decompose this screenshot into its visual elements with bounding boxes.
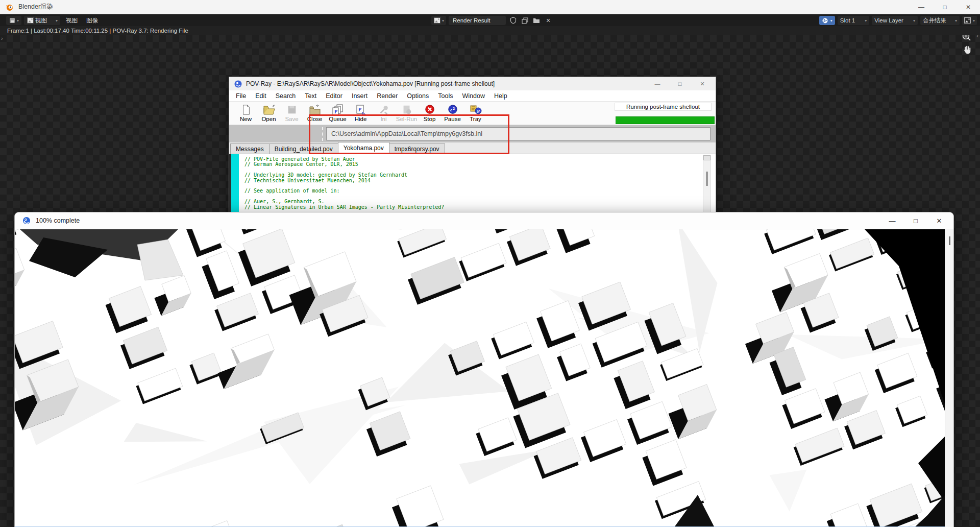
copy-icon[interactable] xyxy=(520,16,529,25)
tab-messages[interactable]: Messages xyxy=(230,143,270,154)
browse-image-button[interactable]: ▾ xyxy=(431,16,446,25)
povray-window-controls: — □ ✕ xyxy=(646,77,714,90)
menu-render[interactable]: Render xyxy=(372,92,402,100)
code-area: // POV-File generated by Stefan Auer // … xyxy=(244,157,700,210)
render-scrollbar-thumb[interactable] xyxy=(949,236,950,245)
render-pass-select[interactable]: 合并结果 ▾ xyxy=(920,16,960,25)
save-button[interactable]: Save xyxy=(280,102,303,125)
image-thumb-icon xyxy=(433,16,440,25)
menu-help[interactable]: Help xyxy=(489,92,512,100)
display-channels-button[interactable]: ▾ xyxy=(962,16,977,25)
povray-close-button[interactable]: ✕ xyxy=(691,77,714,90)
chevron-down-icon: ▾ xyxy=(913,18,915,23)
selrun-icon xyxy=(401,104,412,115)
code-line: // Underlying 3D model: generated by Ste… xyxy=(244,173,700,178)
view-layer-label: View Layer xyxy=(874,17,903,23)
svg-text:z: z xyxy=(450,107,452,112)
fake-user-icon[interactable] xyxy=(508,16,518,25)
svg-text:P: P xyxy=(477,109,480,114)
blender-titlebar[interactable]: Blender渲染 xyxy=(0,0,980,14)
blender-window-title: Blender渲染 xyxy=(18,3,53,11)
view-layer-select[interactable]: View Layer ▾ xyxy=(872,16,918,25)
new-button[interactable]: New xyxy=(234,102,257,125)
scrollbar-splitter[interactable] xyxy=(703,155,710,160)
rendered-city-image xyxy=(15,229,945,527)
menu-image[interactable]: 图像 xyxy=(83,17,101,25)
svg-text:P: P xyxy=(358,107,361,112)
menu-options[interactable]: Options xyxy=(402,92,433,100)
render-status-text: Frame:1 | Last:00:17.40 Time:00:11.25 | … xyxy=(7,28,188,34)
menu-edit[interactable]: Edit xyxy=(251,92,271,100)
blender-minimize-button[interactable]: — xyxy=(910,0,933,14)
ini-icon xyxy=(378,104,389,115)
folder-icon[interactable] xyxy=(532,16,541,25)
chevron-down-icon: ▾ xyxy=(865,18,867,23)
menu-window[interactable]: Window xyxy=(457,92,489,100)
close-icon xyxy=(309,104,321,115)
code-editor[interactable]: // POV-File generated by Stefan Auer // … xyxy=(229,154,716,219)
menu-insert[interactable]: Insert xyxy=(347,92,372,100)
render-maximize-button[interactable]: □ xyxy=(904,212,927,229)
render-image-area xyxy=(15,229,953,527)
povray-minimize-button[interactable]: — xyxy=(646,77,669,90)
menu-text[interactable]: Text xyxy=(300,92,321,100)
chevron-down-icon: ▾ xyxy=(442,18,444,23)
image-thumb-icon xyxy=(27,16,34,25)
chevron-down-icon: ▾ xyxy=(973,18,975,23)
hide-icon: P xyxy=(355,104,367,115)
unlink-icon[interactable]: ✕ xyxy=(544,16,553,25)
blender-maximize-button[interactable]: □ xyxy=(933,0,957,14)
editor-selection-gutter xyxy=(231,154,239,219)
image-name-field[interactable]: Render Result xyxy=(449,16,506,25)
view-mode-label: 视图 xyxy=(35,17,47,25)
povray-window-title: POV-Ray - E:\RaySAR\RaySAR\Model\Object\… xyxy=(246,80,495,87)
panel-expand-chevron-left[interactable]: › xyxy=(1,35,3,41)
menu-view[interactable]: 视图 xyxy=(63,17,81,25)
slot-label: Slot 1 xyxy=(840,17,855,23)
render-close-button[interactable]: ✕ xyxy=(927,212,951,229)
image-browser-button[interactable]: ▾ xyxy=(819,16,835,25)
povray-menubar: File Edit Search Text Editor Insert Rend… xyxy=(229,90,716,102)
chevron-down-icon: ▾ xyxy=(955,18,957,23)
povray-maximize-button[interactable]: □ xyxy=(669,77,691,90)
scrollbar-thumb[interactable] xyxy=(706,172,708,186)
menu-editor[interactable]: Editor xyxy=(321,92,347,100)
chevron-down-icon: ▾ xyxy=(17,18,19,23)
editor-type-button[interactable]: ▾ xyxy=(6,16,21,25)
code-line: // German Aerospace Center, DLR, 2015 xyxy=(244,162,700,167)
tray-icon: P xyxy=(470,104,482,115)
menu-file[interactable]: File xyxy=(231,92,251,100)
render-scrollbar[interactable] xyxy=(945,229,953,527)
new-icon xyxy=(240,104,252,115)
browse-image-icon xyxy=(822,16,829,25)
slot-select[interactable]: Slot 1 ▾ xyxy=(838,16,869,25)
render-window-titlebar[interactable]: 100% complete xyxy=(15,212,953,229)
save-icon xyxy=(286,104,298,115)
pan-hand-icon[interactable] xyxy=(961,43,973,56)
stop-icon xyxy=(424,104,435,115)
blender-header-left: ▾ 视图 ▾ 视图 图像 xyxy=(6,16,101,25)
svg-text:P: P xyxy=(334,109,337,114)
render-minimize-button[interactable]: — xyxy=(880,212,904,229)
blender-window-controls: — □ ✕ xyxy=(910,0,980,14)
povray-titlebar[interactable]: POV-Ray - E:\RaySAR\RaySAR\Model\Object\… xyxy=(229,77,716,90)
render-window: 100% complete — □ ✕ xyxy=(14,212,954,527)
view-mode-select[interactable]: 视图 ▾ xyxy=(24,16,60,25)
code-line: // Auer, S., Gernhardt, S. xyxy=(244,199,700,204)
pause-icon: z2 xyxy=(447,104,458,115)
render-pass-label: 合并结果 xyxy=(923,17,946,25)
image-thumb-icon xyxy=(964,16,971,25)
open-button[interactable]: Open xyxy=(257,102,280,125)
render-window-title: 100% complete xyxy=(36,217,80,224)
open-icon xyxy=(263,104,275,115)
editor-scrollbar[interactable] xyxy=(703,155,711,219)
blender-header: ▾ 视图 ▾ 视图 图像 ▾ Render Result xyxy=(0,15,980,26)
run-status-label: Running post-frame shellout xyxy=(615,103,712,111)
render-progress-bar xyxy=(616,116,715,124)
code-line: // Technische Universitaet Muenchen, 201… xyxy=(244,178,700,183)
blender-close-button[interactable]: ✕ xyxy=(957,0,980,14)
menu-tools[interactable]: Tools xyxy=(433,92,457,100)
editor-type-icon xyxy=(9,16,15,25)
menu-search[interactable]: Search xyxy=(271,92,301,100)
povray-render-icon xyxy=(22,216,31,225)
